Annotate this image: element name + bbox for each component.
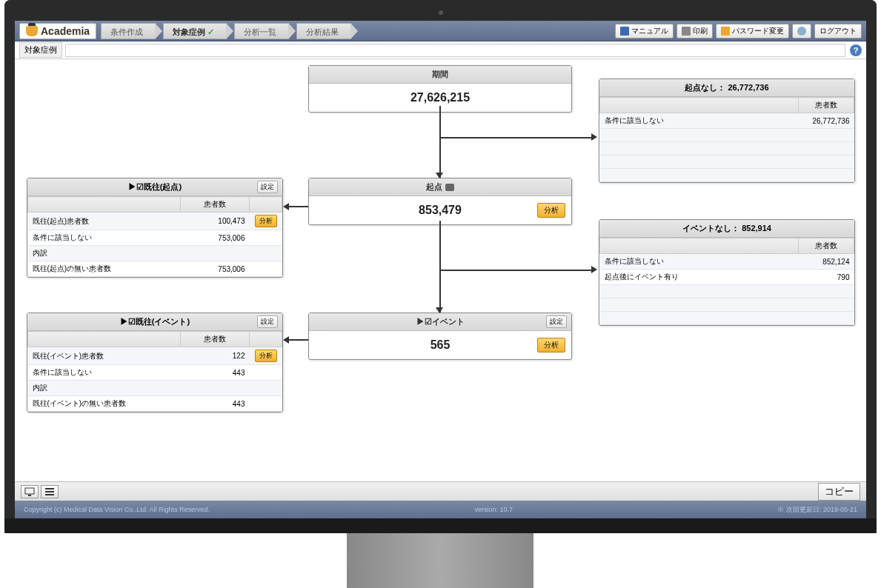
- version: version: 10.7: [474, 506, 513, 513]
- svg-rect-2: [45, 488, 54, 490]
- node-start-header: 起点: [309, 178, 571, 196]
- manual-button[interactable]: マニュアル: [615, 24, 674, 39]
- table-row: [600, 156, 854, 169]
- copy-button[interactable]: コピー: [818, 483, 860, 501]
- view-list-button[interactable]: [41, 485, 59, 498]
- monitor-bezel: [4, 0, 15, 533]
- svg-rect-1: [28, 495, 31, 496]
- help-icon[interactable]: ?: [850, 44, 862, 56]
- arrow-head-icon: [283, 203, 289, 210]
- topbar: Academia 条件作成 対象症例✓ 分析一覧 分析結果 マニュアル 印刷 パ…: [15, 21, 866, 41]
- breadcrumb-step-conditions[interactable]: 条件作成: [101, 23, 156, 39]
- node-start-value: 853,479: [315, 204, 565, 217]
- table-row: 条件に該当しない753,006: [28, 230, 282, 246]
- arrow: [440, 270, 593, 271]
- breadcrumb-step-results[interactable]: 分析結果: [296, 23, 351, 39]
- table-row: 条件に該当しない443: [28, 365, 282, 381]
- table-row: 既往(イベント)の無い患者数443: [28, 396, 282, 412]
- svg-rect-3: [45, 491, 54, 492]
- table-row: [600, 142, 854, 156]
- arrow: [289, 206, 308, 207]
- camera-dot: [439, 10, 443, 15]
- print-icon: [682, 27, 691, 36]
- edit-button-event[interactable]: 設定: [546, 315, 567, 328]
- help-button[interactable]: [792, 24, 811, 39]
- bottom-bar: コピー: [15, 481, 866, 501]
- filter-input[interactable]: [65, 44, 845, 57]
- analyze-button-start[interactable]: 分析: [537, 203, 565, 218]
- arrow-head-icon: [436, 307, 443, 313]
- edit-button-exist-event[interactable]: 設定: [257, 315, 278, 328]
- monitor-icon: [24, 487, 35, 496]
- list-icon: [44, 487, 55, 496]
- arrow: [439, 106, 441, 178]
- monitor-bezel: [4, 0, 877, 21]
- panel-exist-event-table: 患者数 既往(イベント)患者数122分析 条件に該当しない443 内訳 既往(イ…: [27, 331, 282, 412]
- analyze-button-row[interactable]: 分析: [255, 350, 277, 362]
- table-row: [600, 169, 854, 182]
- edit-button-exist-start[interactable]: 設定: [257, 181, 278, 193]
- password-button[interactable]: パスワード変更: [716, 24, 789, 39]
- print-button[interactable]: 印刷: [676, 24, 713, 39]
- breadcrumb: 条件作成 対象症例✓ 分析一覧 分析結果: [101, 23, 359, 39]
- screen: Academia 条件作成 対象症例✓ 分析一覧 分析結果 マニュアル 印刷 パ…: [15, 21, 866, 518]
- node-start: 起点 853,479 分析: [308, 178, 572, 225]
- table-row: [600, 312, 854, 325]
- panel-exist-event: ▶☑既往(イベント) 設定 患者数 既往(イベント)患者数122分析 条件に該当…: [27, 313, 283, 412]
- analyze-button-event[interactable]: 分析: [537, 338, 565, 353]
- comment-icon[interactable]: [445, 184, 454, 191]
- panel-exist-start: ▶☑既往(起点) 設定 患者数 既往(起点)患者数100,473分析 条件に該当…: [27, 178, 283, 278]
- logout-button[interactable]: ログアウト: [814, 24, 862, 39]
- lock-icon: [721, 27, 730, 36]
- table-row: 条件に該当しない852,124: [600, 254, 854, 270]
- analyze-button-row[interactable]: 分析: [255, 215, 277, 227]
- panel-no-start-table: 患者数 条件に該当しない26,772,736: [599, 97, 854, 182]
- copyright: Copyright (c) Medical Data Vision Co.,Lt…: [24, 506, 210, 513]
- panel-no-event: イベントなし： 852,914 患者数 条件に該当しない852,124 起点後に…: [599, 219, 855, 326]
- node-event-body: 565 分析: [309, 331, 571, 359]
- view-desktop-button[interactable]: [21, 485, 39, 498]
- node-event-value: 565: [315, 338, 565, 352]
- node-period-value: 27,626,215: [315, 91, 565, 104]
- table-row: [600, 298, 854, 312]
- app-name: Academia: [41, 25, 90, 37]
- panel-no-event-table: 患者数 条件に該当しない852,124 起点後にイベント有り790: [599, 238, 854, 325]
- arrow-head-icon: [591, 133, 597, 141]
- breadcrumb-step-cases[interactable]: 対象症例✓: [163, 23, 227, 39]
- arrow-head-icon: [283, 336, 289, 344]
- arrow-head-icon: [436, 173, 443, 178]
- filter-bar: 対象症例 ?: [15, 41, 866, 59]
- arrow-head-icon: [591, 266, 597, 273]
- svg-rect-0: [25, 488, 34, 494]
- panel-no-start-header: 起点なし： 26,772,736: [599, 79, 854, 97]
- node-event: ▶☑イベント 設定 565 分析: [308, 313, 572, 360]
- breadcrumb-step-analysis-list[interactable]: 分析一覧: [234, 23, 289, 39]
- panel-no-event-header: イベントなし： 852,914: [599, 220, 854, 238]
- table-row: 既往(イベント)患者数122分析: [28, 347, 282, 365]
- app-logo[interactable]: Academia: [19, 23, 96, 39]
- logo-icon: [26, 26, 38, 36]
- table-row: 起点後にイベント有り790: [600, 270, 854, 285]
- footer: Copyright (c) Medical Data Vision Co.,Lt…: [15, 501, 866, 518]
- topbar-actions: マニュアル 印刷 パスワード変更 ログアウト: [615, 24, 862, 39]
- node-period-header: 期間: [309, 66, 571, 84]
- node-event-header: ▶☑イベント 設定: [309, 313, 571, 331]
- table-row: 既往(起点)患者数100,473分析: [28, 213, 282, 230]
- table-row: 内訳: [28, 381, 282, 396]
- table-row: 条件に該当しない26,772,736: [600, 113, 854, 129]
- table-row: [600, 129, 854, 142]
- arrow: [440, 137, 593, 138]
- arrow: [439, 221, 441, 313]
- question-icon: [797, 27, 806, 36]
- panel-exist-start-header: ▶☑既往(起点) 設定: [27, 178, 282, 196]
- table-row: 内訳: [28, 246, 282, 261]
- filter-label: 対象症例: [19, 42, 62, 58]
- panel-no-start: 起点なし： 26,772,736 患者数 条件に該当しない26,772,736: [599, 78, 855, 183]
- arrow: [289, 339, 308, 341]
- update-date: ※ 次回更新日: 2019-05-21: [777, 505, 857, 515]
- svg-rect-4: [45, 494, 54, 495]
- monitor-bezel: [4, 518, 877, 533]
- book-icon: [620, 27, 629, 36]
- diagram-canvas: 期間 27,626,215 起点 853,479 分析: [15, 59, 866, 481]
- monitor-bezel: [866, 0, 877, 533]
